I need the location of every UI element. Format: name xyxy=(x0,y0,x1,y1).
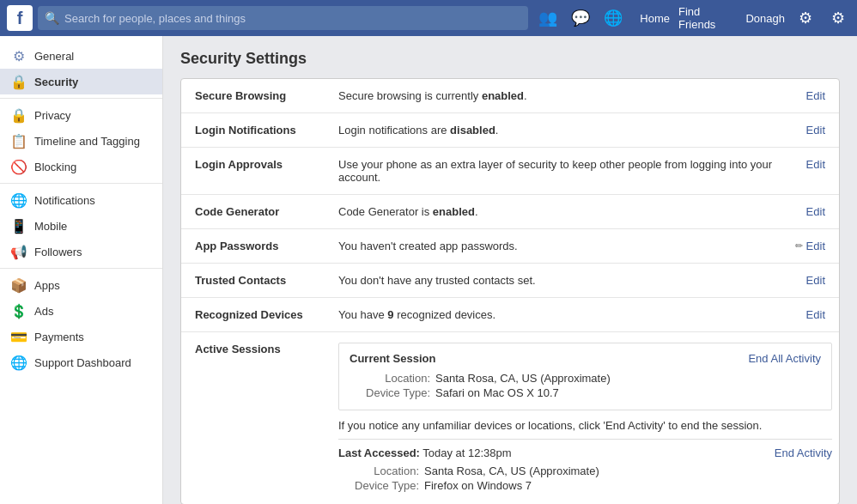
recognized-devices-edit: Edit xyxy=(787,298,839,332)
login-approvals-value: Use your phone as an extra layer of secu… xyxy=(331,148,787,195)
settings-table: Secure Browsing Secure browsing is curre… xyxy=(181,79,839,504)
support-icon: 🌐 xyxy=(10,354,27,371)
table-row: Login Approvals Use your phone as an ext… xyxy=(181,148,839,195)
sidebar-item-security[interactable]: 🔒 Security xyxy=(0,69,162,94)
sidebar-item-label: Apps xyxy=(34,279,60,292)
sidebar-item-label: Notifications xyxy=(34,194,95,207)
sidebar-divider xyxy=(0,98,162,99)
location-label: Location: xyxy=(349,372,435,385)
security-settings-card: Secure Browsing Secure browsing is curre… xyxy=(180,78,840,504)
location-value: Santa Rosa, CA, US (Approximate) xyxy=(435,372,611,385)
timeline-icon: 📋 xyxy=(10,132,27,149)
facebook-logo: f xyxy=(7,5,33,31)
sidebar-item-label: Mobile xyxy=(34,220,67,233)
followers-icon: 📢 xyxy=(10,243,27,260)
code-generator-value: Code Generator is enabled. xyxy=(331,195,787,229)
code-generator-edit-link[interactable]: Edit xyxy=(794,205,825,218)
login-approvals-label: Login Approvals xyxy=(181,148,331,195)
recognized-devices-edit-link[interactable]: Edit xyxy=(794,308,825,321)
main-content: Security Settings Secure Browsing Secure… xyxy=(163,36,857,504)
sidebar-item-label: Support Dashboard xyxy=(34,356,131,369)
sidebar-item-label: Payments xyxy=(34,331,84,343)
sidebar-item-followers[interactable]: 📢 Followers xyxy=(0,239,162,264)
end-all-activity-link[interactable]: End All Activity xyxy=(748,352,821,365)
sidebar-item-blocking[interactable]: 🚫 Blocking xyxy=(0,154,162,179)
search-box[interactable]: 🔍 xyxy=(38,6,528,30)
sidebar-item-mobile[interactable]: 📱 Mobile xyxy=(0,213,162,239)
trusted-contacts-edit: Edit xyxy=(787,264,839,298)
sidebar-divider-2 xyxy=(0,183,162,184)
nav-find-friends[interactable]: Find Friends xyxy=(678,5,737,31)
secure-browsing-value: Secure browsing is currently enabled. xyxy=(331,79,787,113)
app-passwords-edit-link[interactable]: ✏ Edit xyxy=(794,240,825,252)
apps-icon: 📦 xyxy=(10,276,27,294)
page-layout: ⚙ General 🔒 Security 🔒 Privacy 📋 Timelin… xyxy=(0,0,857,504)
current-session-header: Current Session End All Activity xyxy=(349,352,821,365)
trusted-contacts-value: You don't have any trusted contacts set. xyxy=(331,264,787,298)
table-row: Code Generator Code Generator is enabled… xyxy=(181,195,839,229)
nav-extra-icon[interactable]: ⚙ xyxy=(826,5,850,31)
trusted-contacts-edit-link[interactable]: Edit xyxy=(794,274,825,287)
sidebar-item-label: Followers xyxy=(34,246,82,258)
account-settings-icon[interactable]: ⚙ xyxy=(793,5,817,31)
login-notifications-edit-link[interactable]: Edit xyxy=(794,124,825,137)
table-row: Recognized Devices You have 9 recognized… xyxy=(181,298,839,332)
notifications-icon: 🌐 xyxy=(10,191,27,209)
login-notifications-label: Login Notifications xyxy=(181,113,331,148)
session-device-row: Device Type: Safari on Mac OS X 10.7 xyxy=(349,386,821,399)
session-location-row: Location: Santa Rosa, CA, US (Approximat… xyxy=(349,372,821,385)
last-accessed-label: Last Accessed: xyxy=(338,446,420,459)
sidebar-item-timeline[interactable]: 📋 Timeline and Tagging xyxy=(0,128,162,154)
table-row: Trusted Contacts You don't have any trus… xyxy=(181,264,839,298)
sidebar-divider-3 xyxy=(0,268,162,269)
friends-icon[interactable]: 👥 xyxy=(533,5,562,31)
recognized-devices-value: You have 9 recognized devices. xyxy=(331,298,787,332)
payments-icon: 💳 xyxy=(10,328,27,345)
past-location-value: Santa Rosa, CA, US (Approximate) xyxy=(424,465,599,477)
blocking-icon: 🚫 xyxy=(10,158,27,175)
sidebar-item-notifications[interactable]: 🌐 Notifications xyxy=(0,187,162,213)
sidebar-item-label: Security xyxy=(34,76,78,88)
table-row: Active Sessions Current Session End All … xyxy=(181,332,839,505)
current-session-box: Current Session End All Activity Locatio… xyxy=(338,343,832,410)
messages-icon[interactable]: 💬 xyxy=(566,5,595,31)
nav-text-links: Home Find Friends Donagh ⚙ ⚙ xyxy=(640,5,850,31)
nav-home[interactable]: Home xyxy=(640,12,670,25)
recognized-devices-label: Recognized Devices xyxy=(181,298,331,332)
sidebar-item-label: Blocking xyxy=(34,161,76,173)
trusted-contacts-label: Trusted Contacts xyxy=(181,264,331,298)
current-session-title: Current Session xyxy=(349,352,435,365)
globe-icon[interactable]: 🌐 xyxy=(599,5,628,31)
login-notifications-value: Login notifications are disabled. xyxy=(331,113,787,148)
secure-browsing-edit-link[interactable]: Edit xyxy=(794,89,825,102)
past-device-row: Device Type: Firefox on Windows 7 xyxy=(338,479,832,492)
sidebar-item-general[interactable]: ⚙ General xyxy=(0,43,162,69)
sidebar-item-label: Timeline and Tagging xyxy=(34,135,140,148)
table-row: App Passwords You haven't created app pa… xyxy=(181,229,839,264)
page-title: Security Settings xyxy=(180,50,840,68)
app-passwords-label: App Passwords xyxy=(181,229,331,264)
code-generator-label: Code Generator xyxy=(181,195,331,229)
sidebar-item-apps[interactable]: 📦 Apps xyxy=(0,272,162,298)
sidebar-item-support[interactable]: 🌐 Support Dashboard xyxy=(0,349,162,375)
secure-browsing-label: Secure Browsing xyxy=(181,79,331,113)
sidebar-item-payments[interactable]: 💳 Payments xyxy=(0,324,162,349)
last-accessed-value: Today at 12:38pm xyxy=(422,446,511,459)
past-location-row: Location: Santa Rosa, CA, US (Approximat… xyxy=(338,465,832,477)
login-approvals-edit: Edit xyxy=(787,148,839,195)
device-value: Safari on Mac OS X 10.7 xyxy=(435,386,559,399)
nav-user[interactable]: Donagh xyxy=(745,12,785,25)
top-navigation: f 🔍 👥 💬 🌐 Home Find Friends Donagh ⚙ ⚙ xyxy=(0,0,857,36)
session-divider xyxy=(338,439,832,440)
active-sessions-content: Current Session End All Activity Locatio… xyxy=(331,332,839,505)
sidebar-item-privacy[interactable]: 🔒 Privacy xyxy=(0,102,162,128)
search-input[interactable] xyxy=(64,12,521,25)
past-device-label: Device Type: xyxy=(338,479,424,492)
end-activity-link[interactable]: End Activity xyxy=(775,446,832,459)
sidebar: ⚙ General 🔒 Security 🔒 Privacy 📋 Timelin… xyxy=(0,36,163,504)
general-icon: ⚙ xyxy=(10,47,27,64)
past-session-box: Last Accessed: Today at 12:38pm End Acti… xyxy=(338,446,832,492)
login-approvals-edit-link[interactable]: Edit xyxy=(794,158,825,171)
privacy-icon: 🔒 xyxy=(10,106,27,124)
sidebar-item-ads[interactable]: 💲 Ads xyxy=(0,298,162,324)
